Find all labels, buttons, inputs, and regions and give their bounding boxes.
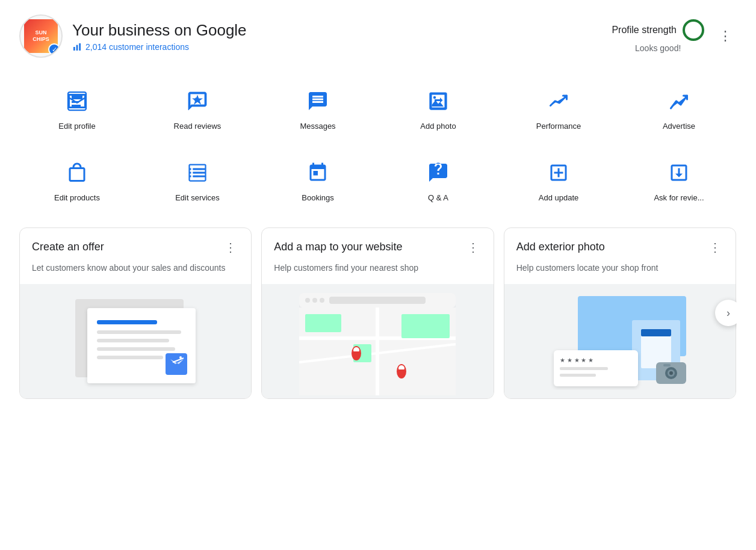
edit-services-label: Edit services [175, 193, 220, 203]
svg-text:★ ★ ★ ★ ★: ★ ★ ★ ★ ★ [560, 357, 593, 363]
svg-point-23 [312, 298, 317, 303]
next-button[interactable]: › [715, 300, 737, 326]
card-create-offer-more[interactable]: ⋮ [222, 240, 239, 255]
add-photo-label: Add photo [420, 122, 456, 132]
read-reviews-label: Read reviews [174, 122, 222, 132]
interactions-count: 2,014 customer interactions [85, 42, 189, 52]
profile-strength-row: Profile strength [612, 19, 704, 41]
action-bookings[interactable]: Bookings [260, 149, 376, 213]
svg-point-19 [179, 356, 182, 359]
svg-rect-30 [305, 314, 341, 332]
card-add-photo-image: ★ ★ ★ ★ ★ [504, 284, 736, 398]
card-add-map-desc: Help customers find your nearest shop [262, 262, 493, 284]
services-icon [183, 158, 212, 187]
performance-label: Performance [536, 122, 581, 132]
svg-rect-51 [663, 364, 671, 366]
action-edit-services[interactable]: Edit services [140, 149, 255, 213]
add-update-icon [544, 158, 573, 187]
svg-rect-13 [97, 320, 157, 324]
logo-text: SUNCHIPS [33, 29, 49, 43]
action-edit-profile[interactable]: Edit profile [19, 77, 135, 141]
svg-point-6 [433, 96, 436, 99]
map-svg [281, 284, 474, 398]
card-create-offer-image [20, 284, 251, 398]
svg-point-22 [305, 298, 310, 303]
products-icon [63, 158, 91, 187]
action-performance[interactable]: Performance [501, 77, 616, 141]
action-qa[interactable]: Q & A [380, 149, 496, 213]
qa-label: Q & A [428, 193, 448, 203]
business-title: Your business on Google [72, 21, 247, 40]
card-create-offer-desc: Let customers know about your sales and … [20, 262, 251, 284]
photo-svg: ★ ★ ★ ★ ★ [524, 284, 716, 398]
profile-strength-label: Profile strength [612, 25, 677, 36]
card-create-offer-title: Create an offer [32, 240, 222, 254]
svg-rect-18 [166, 353, 187, 375]
svg-marker-4 [192, 95, 203, 105]
svg-rect-17 [97, 356, 163, 359]
looks-good-text: Looks good! [635, 43, 681, 53]
strength-circle [683, 19, 704, 41]
card-add-photo-header: Add exterior photo ⋮ [504, 228, 736, 262]
card-add-map-image [262, 284, 493, 398]
advertise-icon [665, 87, 693, 116]
svg-rect-0 [73, 47, 75, 51]
card-create-offer[interactable]: Create an offer ⋮ Let customers know abo… [19, 227, 252, 399]
edit-products-label: Edit products [54, 193, 100, 203]
svg-rect-2 [79, 43, 81, 51]
card-add-photo[interactable]: Add exterior photo ⋮ Help customers loca… [504, 227, 736, 399]
action-messages[interactable]: Messages [260, 77, 376, 141]
svg-rect-25 [329, 297, 426, 304]
card-add-map-more[interactable]: ⋮ [465, 240, 482, 255]
header-left: SUNCHIPS ✓ Your business on Google 2,014… [19, 14, 247, 58]
edit-profile-label: Edit profile [58, 122, 95, 132]
action-grid-row2: Edit products Edit services [19, 149, 737, 213]
offer-svg [39, 287, 232, 395]
header-right: Profile strength Looks good! ⋮ [612, 19, 737, 53]
ask-review-label: Ask for revie... [654, 193, 704, 203]
performance-icon [544, 87, 573, 116]
card-add-photo-title: Add exterior photo [516, 240, 707, 254]
action-advertise[interactable]: Advertise [621, 77, 737, 141]
card-add-map-header: Add a map to your website ⋮ [262, 228, 493, 262]
ask-review-icon [665, 158, 693, 187]
svg-rect-45 [560, 367, 608, 370]
bar-chart-icon [72, 42, 82, 52]
qa-icon [424, 158, 453, 187]
main-container: SUNCHIPS ✓ Your business on Google 2,014… [0, 0, 756, 413]
action-edit-products[interactable]: Edit products [19, 149, 135, 213]
svg-rect-15 [97, 339, 169, 342]
business-info: Your business on Google 2,014 customer i… [72, 21, 247, 52]
bookings-icon [303, 158, 332, 187]
cards-section: Create an offer ⋮ Let customers know abo… [19, 227, 737, 399]
verified-badge: ✓ [48, 43, 60, 55]
card-add-map-title: Add a map to your website [274, 240, 464, 254]
svg-point-50 [669, 371, 673, 375]
header: SUNCHIPS ✓ Your business on Google 2,014… [19, 14, 737, 58]
add-photo-icon [424, 87, 453, 116]
next-icon: › [727, 307, 730, 320]
svg-rect-14 [97, 330, 181, 334]
messages-label: Messages [300, 122, 335, 132]
customer-interactions[interactable]: 2,014 customer interactions [72, 42, 247, 52]
card-create-offer-header: Create an offer ⋮ [20, 228, 251, 262]
action-add-photo[interactable]: Add photo [380, 77, 496, 141]
action-ask-review[interactable]: Ask for revie... [621, 149, 737, 213]
reviews-icon [183, 87, 212, 116]
bookings-label: Bookings [302, 193, 333, 203]
advertise-label: Advertise [663, 122, 695, 132]
card-add-photo-desc: Help customers locate your shop front [504, 262, 736, 284]
more-options-button[interactable]: ⋮ [714, 23, 737, 49]
action-grid-row1: Edit profile Read reviews Messages [19, 77, 737, 141]
action-read-reviews[interactable]: Read reviews [140, 77, 255, 141]
svg-rect-32 [401, 314, 450, 338]
svg-rect-16 [97, 347, 175, 351]
card-add-map[interactable]: Add a map to your website ⋮ Help custome… [261, 227, 494, 399]
profile-strength: Profile strength Looks good! [612, 19, 704, 53]
card-add-photo-more[interactable]: ⋮ [707, 240, 723, 255]
messages-icon [303, 87, 332, 116]
business-logo: SUNCHIPS ✓ [19, 14, 63, 58]
action-add-update[interactable]: Add update [501, 149, 616, 213]
svg-rect-46 [560, 374, 596, 377]
svg-rect-42 [641, 329, 671, 336]
